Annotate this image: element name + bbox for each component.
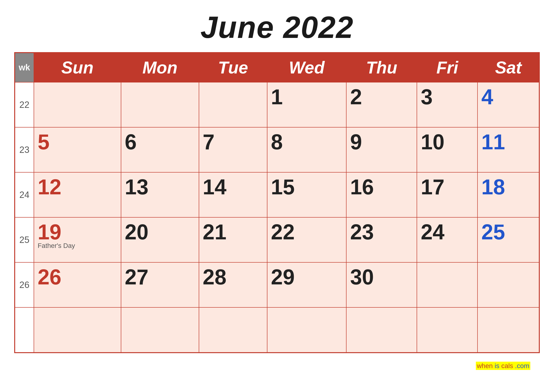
- header-row: wk Sun Mon Tue Wed Thu Fri Sat: [15, 53, 539, 82]
- watermark-com: .com: [514, 362, 530, 370]
- day-cell-4-0: 26: [34, 262, 121, 307]
- day-cell-0-1: [121, 82, 199, 127]
- day-cell-0-0: [34, 82, 121, 127]
- watermark-is: is: [494, 362, 500, 370]
- day-cell-0-5: 3: [417, 82, 478, 127]
- day-number: 29: [271, 265, 342, 289]
- day-number: 15: [271, 175, 342, 199]
- day-cell-4-1: 27: [121, 262, 199, 307]
- day-cell-3-4: 23: [346, 217, 417, 262]
- day-number: 23: [350, 220, 413, 244]
- day-cell-0-6: 4: [478, 82, 539, 127]
- day-cell-1-4: 9: [346, 127, 417, 172]
- day-cell-5-2: [199, 307, 267, 352]
- day-cell-0-3: 1: [267, 82, 346, 127]
- day-number: 1: [271, 85, 342, 109]
- day-cell-1-6: 11: [478, 127, 539, 172]
- day-number: 20: [125, 220, 195, 244]
- tue-header: Tue: [199, 53, 267, 82]
- day-cell-4-2: 28: [199, 262, 267, 307]
- day-cell-5-1: [121, 307, 199, 352]
- day-number: 7: [203, 130, 263, 154]
- day-cell-0-4: 2: [346, 82, 417, 127]
- wk-cell-3: 25: [15, 217, 34, 262]
- wk-cell-0: 22: [15, 82, 34, 127]
- day-cell-3-0: 19Father's Day: [34, 217, 121, 262]
- day-cell-1-5: 10: [417, 127, 478, 172]
- day-cell-4-6: [478, 262, 539, 307]
- week-row-2: 2412131415161718: [15, 172, 539, 217]
- day-cell-2-0: 12: [34, 172, 121, 217]
- day-cell-2-1: 13: [121, 172, 199, 217]
- wk-cell-2: 24: [15, 172, 34, 217]
- week-row-4: 262627282930: [15, 262, 539, 307]
- day-number: 14: [203, 175, 263, 199]
- day-number: 6: [125, 130, 195, 154]
- thu-header: Thu: [346, 53, 417, 82]
- watermark: wheniscals.com: [476, 362, 530, 370]
- week-row-3: 2519Father's Day202122232425: [15, 217, 539, 262]
- day-cell-4-5: [417, 262, 478, 307]
- day-number: 8: [271, 130, 342, 154]
- day-number: 26: [38, 265, 117, 289]
- day-cell-3-2: 21: [199, 217, 267, 262]
- day-cell-3-5: 24: [417, 217, 478, 262]
- day-number: 27: [125, 265, 195, 289]
- day-number: 22: [271, 220, 342, 244]
- day-cell-5-5: [417, 307, 478, 352]
- wk-header: wk: [15, 53, 34, 82]
- watermark-cals: cals: [500, 362, 514, 370]
- day-number: 16: [350, 175, 413, 199]
- day-cell-2-5: 17: [417, 172, 478, 217]
- day-number: 17: [421, 175, 474, 199]
- day-cell-5-0: [34, 307, 121, 352]
- fri-header: Fri: [417, 53, 478, 82]
- day-number: 5: [38, 130, 117, 154]
- wed-header: Wed: [267, 53, 346, 82]
- footer-area: wheniscals.com: [14, 356, 540, 374]
- sat-header: Sat: [478, 53, 539, 82]
- mon-header: Mon: [121, 53, 199, 82]
- day-cell-1-0: 5: [34, 127, 121, 172]
- day-cell-1-1: 6: [121, 127, 199, 172]
- day-cell-5-3: [267, 307, 346, 352]
- day-cell-5-4: [346, 307, 417, 352]
- day-cell-0-2: [199, 82, 267, 127]
- day-number: 21: [203, 220, 263, 244]
- day-number: 2: [350, 85, 413, 109]
- day-cell-5-6: [478, 307, 539, 352]
- day-cell-4-3: 29: [267, 262, 346, 307]
- day-number: 28: [203, 265, 263, 289]
- sun-header: Sun: [34, 53, 121, 82]
- day-cell-2-4: 16: [346, 172, 417, 217]
- watermark-when: when: [476, 362, 494, 370]
- day-number: 19: [38, 220, 117, 244]
- week-row-0: 221234: [15, 82, 539, 127]
- day-cell-3-3: 22: [267, 217, 346, 262]
- day-number: 9: [350, 130, 413, 154]
- day-cell-2-6: 18: [478, 172, 539, 217]
- day-cell-1-3: 8: [267, 127, 346, 172]
- day-number: 4: [481, 85, 535, 109]
- week-row-5: [15, 307, 539, 352]
- day-cell-2-2: 14: [199, 172, 267, 217]
- day-number: 3: [421, 85, 474, 109]
- day-number: 10: [421, 130, 474, 154]
- day-number: 25: [481, 220, 535, 244]
- day-cell-2-3: 15: [267, 172, 346, 217]
- day-number: 13: [125, 175, 195, 199]
- week-row-1: 23567891011: [15, 127, 539, 172]
- calendar-table: wk Sun Mon Tue Wed Thu Fri Sat 221234235…: [15, 53, 539, 353]
- day-number: 12: [38, 175, 117, 199]
- day-number: 30: [350, 265, 413, 289]
- day-cell-1-2: 7: [199, 127, 267, 172]
- day-number: 24: [421, 220, 474, 244]
- day-number: 18: [481, 175, 535, 199]
- day-cell-4-4: 30: [346, 262, 417, 307]
- wk-cell-5: [15, 307, 34, 352]
- wk-cell-1: 23: [15, 127, 34, 172]
- day-number: 11: [481, 130, 535, 154]
- calendar-container: wk Sun Mon Tue Wed Thu Fri Sat 221234235…: [14, 52, 540, 353]
- day-cell-3-6: 25: [478, 217, 539, 262]
- page-title: June 2022: [200, 9, 354, 45]
